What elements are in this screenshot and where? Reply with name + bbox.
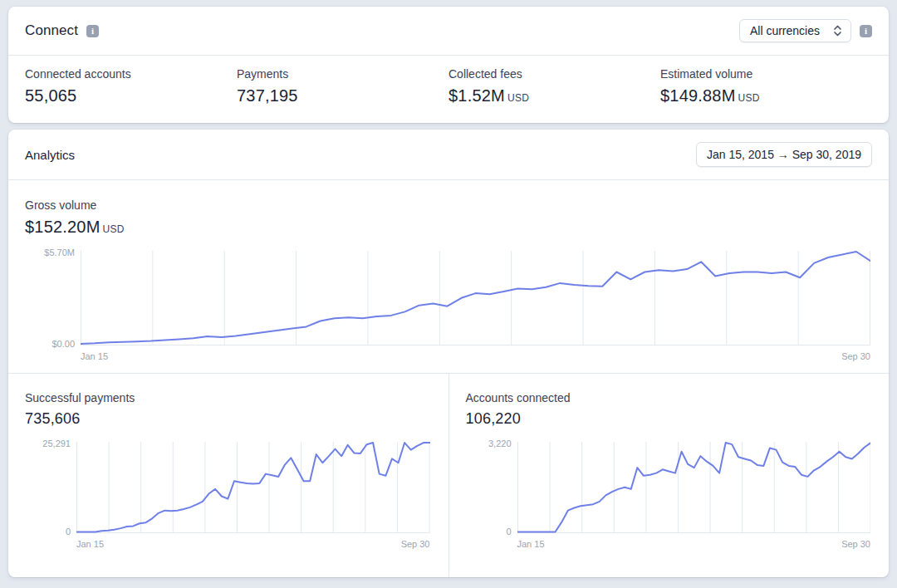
currency-select-value: All currencies <box>750 24 820 37</box>
stat-label: Connected accounts <box>25 67 237 81</box>
stat-payments: Payments 737,195 <box>237 67 448 105</box>
x-axis-start-label: Jan 15 <box>76 539 104 549</box>
stat-value: $149.88MUSD <box>660 86 872 105</box>
chart-total: 106,220 <box>466 410 871 428</box>
stat-value: 737,195 <box>237 86 448 105</box>
x-axis-start-label: Jan 15 <box>81 351 108 361</box>
chart-total: 735,606 <box>25 410 430 428</box>
gross-volume-chart[interactable] <box>81 251 870 345</box>
y-axis-max-label: 25,291 <box>42 439 71 448</box>
accounts-connected-section: Accounts connected 106,220 3,220 0 Jan 1… <box>448 374 890 577</box>
stat-collected-fees: Collected fees $1.52MUSD <box>448 67 660 105</box>
successful-payments-section: Successful payments 735,606 25,291 0 Jan… <box>8 374 448 577</box>
line-chart[interactable] <box>76 442 430 533</box>
analytics-card: Analytics Jan 15, 2015 → Sep 30, 2019 Gr… <box>8 130 889 577</box>
stat-label: Collected fees <box>448 67 660 81</box>
y-axis-labels: 25,291 0 <box>25 442 76 533</box>
y-axis-min-label: 0 <box>506 527 511 537</box>
date-range-button[interactable]: Jan 15, 2015 → Sep 30, 2019 <box>696 142 872 167</box>
y-axis-labels: $5.70M $0.00 <box>25 251 81 345</box>
stat-label: Estimated volume <box>660 67 872 81</box>
info-icon[interactable]: i <box>86 25 99 37</box>
bottom-charts-row: Successful payments 735,606 25,291 0 Jan… <box>8 373 889 577</box>
currency-unit: USD <box>507 92 529 104</box>
select-caret-icon <box>833 25 842 37</box>
y-axis-max-label: 3,220 <box>488 439 512 448</box>
chart-title: Accounts connected <box>466 391 871 404</box>
accounts-connected-chart[interactable] <box>517 442 871 533</box>
chart-title: Gross volume <box>25 198 870 212</box>
y-axis-labels: 3,220 0 <box>466 442 517 533</box>
currency-select[interactable]: All currencies <box>739 19 851 42</box>
stat-label: Payments <box>237 67 448 81</box>
stat-value: 55,065 <box>25 86 237 105</box>
connect-card: Connect i All currencies i Conne <box>8 7 889 123</box>
currency-unit: USD <box>738 92 760 104</box>
x-axis-labels: Jan 15 Sep 30 <box>76 539 430 549</box>
x-axis-labels: Jan 15 Sep 30 <box>81 351 870 361</box>
dashboard-page: Connect i All currencies i Conne <box>0 0 897 584</box>
stats-row: Connected accounts 55,065 Payments 737,1… <box>8 56 889 123</box>
connect-card-header: Connect i All currencies i <box>8 7 889 56</box>
line-chart[interactable] <box>81 251 870 345</box>
info-icon[interactable]: i <box>860 25 872 37</box>
currency-unit: USD <box>103 223 125 235</box>
chart-title: Successful payments <box>25 391 430 404</box>
stat-value: $1.52MUSD <box>448 86 660 105</box>
page-title: Connect <box>25 22 78 39</box>
successful-payments-chart[interactable] <box>76 442 430 533</box>
x-axis-end-label: Sep 30 <box>841 539 870 549</box>
x-axis-end-label: Sep 30 <box>841 351 870 361</box>
section-title: Analytics <box>25 148 75 162</box>
x-axis-labels: Jan 15 Sep 30 <box>517 539 871 549</box>
stat-estimated-volume: Estimated volume $149.88MUSD <box>660 67 872 105</box>
chart-total: $152.20MUSD <box>25 218 870 237</box>
y-axis-max-label: $5.70M <box>44 247 75 257</box>
x-axis-end-label: Sep 30 <box>401 539 430 549</box>
y-axis-min-label: $0.00 <box>51 339 75 349</box>
analytics-card-header: Analytics Jan 15, 2015 → Sep 30, 2019 <box>8 130 889 180</box>
y-axis-min-label: 0 <box>66 527 71 537</box>
x-axis-start-label: Jan 15 <box>517 539 545 549</box>
gross-volume-section: Gross volume $152.20MUSD $5.70M $0.00 Ja… <box>8 180 889 373</box>
stat-connected-accounts: Connected accounts 55,065 <box>25 67 237 105</box>
line-chart[interactable] <box>517 442 871 533</box>
